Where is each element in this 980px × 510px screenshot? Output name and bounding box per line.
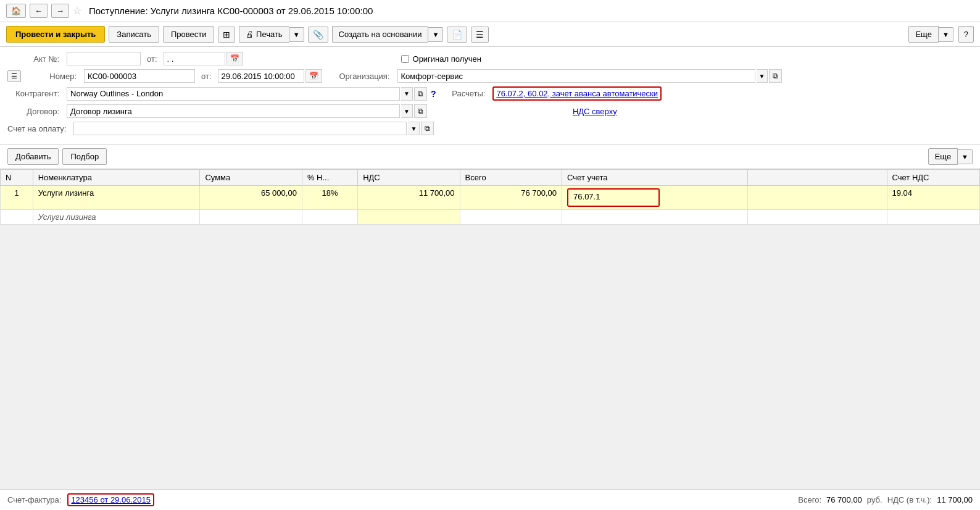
cell-sub-n xyxy=(1,210,33,225)
post-button[interactable]: Провести xyxy=(163,26,215,43)
cell-nds-pct: 18% xyxy=(302,186,357,210)
nomer-input-group xyxy=(84,69,195,83)
schet-outline: 76.07.1 xyxy=(567,188,660,207)
org-input-group: ▼ ⧉ xyxy=(397,69,783,83)
akt-calendar-button[interactable]: 📅 xyxy=(226,52,243,65)
org-copy-button[interactable]: ⧉ xyxy=(769,69,782,83)
raschet-value-outline: 76.07.2, 60.02, зачет аванса автоматичес… xyxy=(492,86,662,101)
title-bar: 🏠 ← → ☆ Поступление: Услуги лизинга КС00… xyxy=(0,0,980,22)
akt-row: Акт №: от: 📅 Оригинал получен xyxy=(7,52,973,65)
kontragent-dropdown-button[interactable]: ▼ xyxy=(401,87,413,101)
kontragent-copy-button[interactable]: ⧉ xyxy=(414,87,427,101)
paperclip-button[interactable]: 📎 xyxy=(308,27,328,43)
nomer-date-input[interactable] xyxy=(218,69,304,83)
cell-sub-schet xyxy=(562,210,748,225)
akt-from-label: от: xyxy=(147,54,157,64)
original-checkbox-area: Оригинал получен xyxy=(401,54,481,64)
dogovor-dropdown-button[interactable]: ▼ xyxy=(401,104,413,118)
favorite-icon[interactable]: ☆ xyxy=(73,5,81,17)
header-nds-pct: % Н... xyxy=(302,170,357,186)
post-and-close-button[interactable]: Провести и закрыть xyxy=(6,26,105,43)
kontragent-question-link[interactable]: ? xyxy=(431,89,436,99)
cell-summa: 65 000,00 xyxy=(200,186,302,210)
header-vsego: Всего xyxy=(460,170,562,186)
nomer-label: Номер: xyxy=(25,72,80,81)
help-button[interactable]: ? xyxy=(958,26,974,43)
cell-sub-vsego xyxy=(460,210,562,225)
nomer-icon-button[interactable]: ☰ xyxy=(7,70,21,82)
table-row: 1 Услуги лизинга 65 000,00 18% 11 700,00… xyxy=(1,186,980,210)
create-based-button[interactable]: Создать на основании xyxy=(332,26,428,43)
cell-sub-extra xyxy=(747,210,887,225)
printer-icon: 🖨 xyxy=(246,30,254,39)
kontragent-label: Контрагент: xyxy=(7,89,63,98)
back-button[interactable]: ← xyxy=(30,4,48,18)
schet-oplatu-input[interactable] xyxy=(73,122,407,135)
org-input[interactable] xyxy=(397,69,755,83)
akt-input-group xyxy=(67,52,141,65)
header-schet-nds: Счет НДС xyxy=(887,170,979,186)
nomer-from-label: от: xyxy=(201,72,212,81)
nomer-input[interactable] xyxy=(84,69,195,83)
forward-button[interactable]: → xyxy=(51,4,69,18)
schet-oplatu-copy-button[interactable]: ⧉ xyxy=(421,122,434,135)
table-eshche-group: Еще ▼ xyxy=(928,148,973,165)
cell-extra xyxy=(747,186,887,210)
akt-date-input[interactable] xyxy=(164,52,225,65)
print-arrow-button[interactable]: ▼ xyxy=(289,27,304,42)
nomer-date-group: 📅 xyxy=(218,69,322,83)
nds-sverhu-link[interactable]: НДС сверху xyxy=(573,107,617,116)
raschet-label: Расчеты: xyxy=(446,89,489,98)
org-label: Организация: xyxy=(338,72,394,81)
home-button[interactable]: 🏠 xyxy=(6,4,26,18)
table-icon-button[interactable]: ⊞ xyxy=(218,27,235,43)
form-area: Акт №: от: 📅 Оригинал получен ☰ Номер: о… xyxy=(0,47,980,144)
table-subtext-row: Услуги лизинга xyxy=(1,210,980,225)
save-button[interactable]: Записать xyxy=(109,26,159,43)
kontragent-row: Контрагент: ▼ ⧉ ? Расчеты: 76.07.2, 60.0… xyxy=(7,86,973,101)
cell-schet: 76.07.1 xyxy=(562,186,748,210)
header-nds: НДС xyxy=(358,170,460,186)
table-eshche-arrow-button[interactable]: ▼ xyxy=(958,149,973,164)
akt-input[interactable] xyxy=(67,52,141,65)
dogovor-input-group: ▼ ⧉ xyxy=(67,104,427,118)
table-eshche-button[interactable]: Еще xyxy=(928,148,958,165)
doc-icon-button[interactable]: 📄 xyxy=(447,27,467,43)
page-title: Поступление: Услуги лизинга КС00-000003 … xyxy=(89,6,373,16)
print-button[interactable]: 🖨 Печать xyxy=(239,26,288,43)
header-summa: Сумма xyxy=(200,170,302,186)
list-icon-button[interactable]: ☰ xyxy=(471,27,489,43)
data-table: N Номенклатура Сумма % Н... НДС Всего Сч… xyxy=(0,169,980,225)
kontragent-input-group: ▼ ⧉ xyxy=(67,87,427,101)
podbor-button[interactable]: Подбор xyxy=(62,148,107,165)
dogovor-input[interactable] xyxy=(67,104,400,118)
dogovor-copy-button[interactable]: ⧉ xyxy=(414,104,427,118)
kontragent-input[interactable] xyxy=(67,87,400,101)
cell-sub-summa xyxy=(200,210,302,225)
raschet-link[interactable]: 76.07.2, 60.02, зачет аванса автоматичес… xyxy=(496,89,658,98)
table-toolbar: Добавить Подбор Еще ▼ xyxy=(0,144,980,169)
schet-oplatu-dropdown-button[interactable]: ▼ xyxy=(408,122,420,135)
cell-vsego: 76 700,00 xyxy=(460,186,562,210)
header-extra xyxy=(747,170,887,186)
eshche-button-group: Еще ▼ xyxy=(908,26,953,43)
main-content: N Номенклатура Сумма % Н... НДС Всего Сч… xyxy=(0,169,980,249)
cell-n: 1 xyxy=(1,186,33,210)
akt-label: Акт №: xyxy=(7,54,63,64)
akt-date-group: 📅 xyxy=(164,52,243,65)
cell-nds: 11 700,00 xyxy=(358,186,460,210)
org-dropdown-button[interactable]: ▼ xyxy=(757,69,768,83)
cell-sub-schet-nds xyxy=(887,210,979,225)
cell-sub-nomen: Услуги лизинга xyxy=(33,210,200,225)
dogovor-label: Договор: xyxy=(7,107,63,116)
eshche-button[interactable]: Еще xyxy=(908,26,938,43)
nomer-calendar-button[interactable]: 📅 xyxy=(305,69,322,83)
original-checkbox[interactable] xyxy=(401,55,409,63)
cell-sub-nds-pct xyxy=(302,210,357,225)
print-button-group: 🖨 Печать ▼ xyxy=(239,26,304,43)
create-based-arrow-button[interactable]: ▼ xyxy=(428,27,443,42)
eshche-arrow-button[interactable]: ▼ xyxy=(939,27,953,42)
cell-sub-nds xyxy=(358,210,460,225)
table-header-row: N Номенклатура Сумма % Н... НДС Всего Сч… xyxy=(1,170,980,186)
add-button[interactable]: Добавить xyxy=(7,148,59,165)
